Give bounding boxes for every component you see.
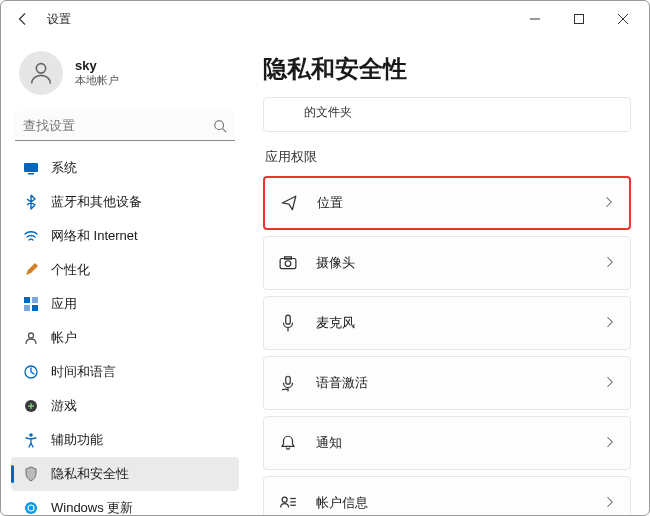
nav-accounts[interactable]: 帐户 — [11, 321, 239, 355]
nav-label: 时间和语言 — [51, 363, 116, 381]
user-profile[interactable]: sky 本地帐户 — [11, 45, 239, 107]
nav-update[interactable]: Windows 更新 — [11, 491, 239, 516]
svg-point-2 — [36, 64, 45, 73]
chevron-right-icon — [603, 196, 615, 211]
svg-point-11 — [29, 333, 34, 338]
update-icon — [23, 500, 39, 516]
titlebar: 设置 — [1, 1, 649, 37]
nav-label: 辅助功能 — [51, 431, 103, 449]
svg-point-17 — [285, 261, 291, 267]
nav-label: 游戏 — [51, 397, 77, 415]
microphone-icon — [278, 314, 298, 332]
nav-network[interactable]: 网络和 Internet — [11, 219, 239, 253]
svg-rect-19 — [286, 315, 291, 324]
perm-label: 摄像头 — [316, 254, 604, 272]
search-icon — [213, 119, 227, 133]
nav-time[interactable]: 时间和语言 — [11, 355, 239, 389]
perm-label: 通知 — [316, 434, 604, 452]
sidebar: sky 本地帐户 系统 蓝牙和其他设备 网络和 Internet 个性化 应用 … — [1, 37, 249, 516]
page-title: 隐私和安全性 — [263, 53, 631, 85]
perm-label: 帐户信息 — [316, 494, 604, 512]
perm-location[interactable]: 位置 — [263, 176, 631, 230]
nav-bluetooth[interactable]: 蓝牙和其他设备 — [11, 185, 239, 219]
account-info-icon — [278, 494, 298, 512]
window-controls — [513, 1, 645, 37]
clock-icon — [23, 364, 39, 380]
nav-label: 应用 — [51, 295, 77, 313]
user-name: sky — [75, 58, 119, 73]
svg-rect-16 — [280, 259, 296, 269]
svg-rect-10 — [32, 305, 38, 311]
svg-point-3 — [215, 120, 224, 129]
close-icon — [618, 14, 628, 24]
perm-voice[interactable]: 语音激活 — [263, 356, 631, 410]
system-icon — [23, 160, 39, 176]
chevron-right-icon — [604, 256, 616, 271]
avatar — [19, 51, 63, 95]
location-icon — [279, 194, 299, 212]
nav-personalization[interactable]: 个性化 — [11, 253, 239, 287]
chevron-right-icon — [604, 316, 616, 331]
window-title: 设置 — [47, 11, 71, 28]
user-subtitle: 本地帐户 — [75, 73, 119, 88]
nav-label: 帐户 — [51, 329, 77, 347]
search-box[interactable] — [15, 111, 235, 141]
svg-rect-1 — [575, 15, 584, 24]
svg-line-4 — [223, 128, 227, 132]
svg-point-21 — [282, 497, 287, 502]
perm-label: 麦克风 — [316, 314, 604, 332]
perm-microphone[interactable]: 麦克风 — [263, 296, 631, 350]
accessibility-icon — [23, 432, 39, 448]
back-button[interactable] — [5, 1, 41, 37]
nav-privacy[interactable]: 隐私和安全性 — [11, 457, 239, 491]
voice-icon — [278, 374, 298, 392]
chevron-right-icon — [604, 436, 616, 451]
svg-point-15 — [25, 502, 37, 514]
gaming-icon — [23, 398, 39, 414]
arrow-left-icon — [16, 12, 30, 26]
brush-icon — [23, 262, 39, 278]
svg-rect-8 — [32, 297, 38, 303]
minimize-icon — [530, 14, 540, 24]
nav-label: 网络和 Internet — [51, 227, 138, 245]
person-icon — [27, 59, 55, 87]
apps-icon — [23, 296, 39, 312]
svg-point-14 — [29, 433, 33, 437]
svg-rect-20 — [286, 376, 291, 384]
close-button[interactable] — [601, 1, 645, 37]
bell-icon — [278, 434, 298, 452]
content-area: 隐私和安全性 的文件夹 应用权限 位置 摄像头 麦克风 语音激活 — [249, 37, 649, 516]
nav-label: 系统 — [51, 159, 77, 177]
nav-label: 个性化 — [51, 261, 90, 279]
perm-account-info[interactable]: 帐户信息 — [263, 476, 631, 516]
svg-rect-5 — [24, 163, 38, 172]
svg-rect-7 — [24, 297, 30, 303]
accounts-icon — [23, 330, 39, 346]
nav-label: Windows 更新 — [51, 499, 133, 516]
chevron-right-icon — [604, 496, 616, 511]
perm-camera[interactable]: 摄像头 — [263, 236, 631, 290]
svg-rect-6 — [28, 173, 34, 175]
maximize-button[interactable] — [557, 1, 601, 37]
nav-label: 蓝牙和其他设备 — [51, 193, 142, 211]
nav-label: 隐私和安全性 — [51, 465, 129, 483]
perm-notifications[interactable]: 通知 — [263, 416, 631, 470]
section-label: 应用权限 — [265, 148, 631, 166]
shield-icon — [23, 466, 39, 482]
camera-icon — [278, 254, 298, 272]
minimize-button[interactable] — [513, 1, 557, 37]
search-input[interactable] — [23, 118, 213, 133]
chevron-right-icon — [604, 376, 616, 391]
perm-label: 语音激活 — [316, 374, 604, 392]
nav-list: 系统 蓝牙和其他设备 网络和 Internet 个性化 应用 帐户 时间和语言 … — [11, 151, 239, 516]
nav-accessibility[interactable]: 辅助功能 — [11, 423, 239, 457]
nav-gaming[interactable]: 游戏 — [11, 389, 239, 423]
perm-label: 位置 — [317, 194, 603, 212]
wifi-icon — [23, 228, 39, 244]
bluetooth-icon — [23, 194, 39, 210]
nav-system[interactable]: 系统 — [11, 151, 239, 185]
svg-rect-9 — [24, 305, 30, 311]
folder-fragment[interactable]: 的文件夹 — [263, 97, 631, 132]
maximize-icon — [574, 14, 584, 24]
nav-apps[interactable]: 应用 — [11, 287, 239, 321]
